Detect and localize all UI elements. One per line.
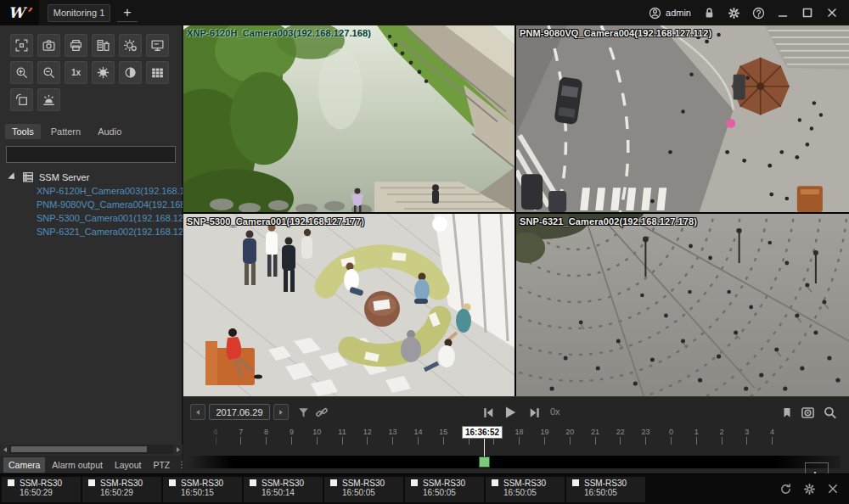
tree-root-label: SSM Server	[39, 172, 89, 182]
event-source-label: SSM-RS30	[342, 479, 385, 488]
tab-tools[interactable]: Tools	[5, 124, 41, 139]
user-menu[interactable]: admin	[648, 6, 691, 20]
event-time-label: 16:50:05	[330, 488, 400, 498]
event-card[interactable]: SSM-RS30 16:50:15	[163, 477, 242, 502]
event-time-label: 16:50:05	[492, 488, 561, 498]
event-alarm-button[interactable]	[119, 34, 142, 57]
alarm-lamp-button[interactable]	[37, 88, 60, 111]
tree-camera-002[interactable]: SNP-6321_Camera002(192.168.127.178)	[0, 225, 183, 238]
event-card[interactable]: SSM-RS30 16:50:29	[2, 477, 81, 502]
tree-search-input[interactable]	[6, 146, 176, 163]
event-status-icon	[8, 479, 14, 486]
date-prev-button[interactable]	[190, 404, 205, 420]
event-time-label: 16:50:05	[411, 488, 481, 498]
tab-ptz[interactable]: PTZ	[148, 457, 175, 473]
tab-alarm-output[interactable]: Alarm output	[47, 457, 108, 473]
layout-grid-button[interactable]	[146, 61, 169, 84]
hour-tick: 2	[710, 428, 734, 445]
close-button[interactable]	[825, 6, 839, 20]
date-next-button[interactable]	[273, 404, 289, 420]
playhead-line	[484, 438, 485, 456]
add-tab-button[interactable]: +	[117, 4, 138, 22]
tab-audio[interactable]: Audio	[91, 124, 128, 139]
timeline-panel: 2017.06.29 0x	[183, 396, 849, 473]
event-close-icon[interactable]	[827, 483, 839, 496]
event-card[interactable]: SSM-RS30 16:50:14	[244, 477, 323, 502]
event-refresh-icon[interactable]	[779, 483, 792, 496]
event-settings-gear-icon[interactable]	[803, 483, 816, 496]
timeline-search-icon[interactable]	[822, 405, 837, 420]
snapshot-button[interactable]	[37, 34, 60, 57]
delete-record-button[interactable]	[92, 34, 115, 57]
playhead-marker[interactable]	[479, 456, 490, 468]
zoom-1x-button[interactable]: 1x	[65, 61, 87, 84]
help-icon[interactable]	[751, 6, 765, 20]
tree-camera-004[interactable]: PNM-9080VQ_Camera004(192.168.127.112)	[0, 198, 183, 211]
tree-node-ssm-server[interactable]: SSM Server	[0, 170, 183, 184]
step-backward-button[interactable]	[481, 405, 496, 420]
maximize-button[interactable]	[801, 6, 814, 20]
event-status-icon	[492, 479, 498, 486]
video-frame-lobby	[183, 214, 514, 396]
hour-tick: 20	[558, 428, 582, 445]
tree-camera-003[interactable]: XNP-6120H_Camera003(192.168.127.168)	[0, 184, 183, 198]
tree-camera-001[interactable]: SNP-5300_Camera001(192.168.127.177)	[0, 211, 183, 225]
timeline-ruler[interactable]: 6 7 8 9 10 11	[183, 424, 849, 474]
event-card[interactable]: SSM-RS30 16:50:05	[566, 477, 645, 502]
settings-gear-icon[interactable]	[727, 6, 740, 20]
tab-monitoring-1[interactable]: Monitoring 1	[48, 4, 110, 22]
fullscreen-button[interactable]	[10, 34, 33, 57]
event-time-label: 16:50:05	[572, 488, 642, 498]
contrast-button[interactable]	[119, 61, 142, 84]
brightness-button[interactable]	[92, 61, 115, 84]
hand-off-button[interactable]	[10, 88, 33, 111]
tab-layout[interactable]: Layout	[110, 457, 147, 473]
event-time-label: 16:50:15	[169, 488, 239, 498]
hour-tick: 9	[279, 428, 303, 445]
scroll-left-icon[interactable]	[0, 445, 9, 454]
minimize-button[interactable]	[776, 6, 790, 20]
play-button[interactable]	[503, 405, 518, 420]
scrollbar-thumb[interactable]	[11, 446, 147, 452]
video-tile-camera001[interactable]: SNP-5300_Camera001(192.168.127.177)	[183, 214, 514, 396]
step-forward-button[interactable]	[526, 405, 542, 420]
zoom-in-button[interactable]	[10, 61, 33, 84]
event-source-label: SSM-RS30	[20, 479, 62, 488]
tab-camera[interactable]: Camera	[3, 457, 45, 473]
video-frame-canal	[183, 25, 514, 212]
event-filter-icon[interactable]	[295, 405, 311, 420]
tab-pattern[interactable]: Pattern	[44, 124, 87, 139]
video-tile-camera003[interactable]: XNP-6120H_Camera003(192.168.127.168)	[183, 25, 514, 212]
video-frame-plaza	[516, 214, 849, 396]
event-card[interactable]: SSM-RS30 16:50:29	[82, 477, 161, 502]
zoom-out-button[interactable]	[37, 61, 60, 84]
event-card[interactable]: SSM-RS30 16:50:05	[324, 477, 403, 502]
lock-icon[interactable]	[702, 6, 716, 20]
event-time-label: 16:50:29	[8, 488, 77, 498]
video-tile-camera004[interactable]: PNM-9080VQ_Camera004(192.168.127.112)	[516, 25, 849, 212]
hour-tick: 14	[406, 428, 430, 445]
hour-tick: 19	[532, 428, 556, 445]
print-button[interactable]	[65, 34, 87, 57]
bookmark-icon[interactable]	[779, 405, 795, 420]
hour-tick: 18	[508, 428, 531, 445]
sidebar: 1x Tools Pattern Audio SSM Server XNP-61…	[0, 25, 183, 473]
video-frame-street	[516, 25, 849, 212]
event-source-label: SSM-RS30	[503, 479, 546, 488]
video-osd-label: XNP-6120H_Camera003(192.168.127.168)	[187, 28, 371, 38]
sidebar-bottom-tabs: Camera Alarm output Layout PTZ ⋮	[0, 456, 183, 473]
event-card[interactable]: SSM-RS30 16:50:05	[405, 477, 484, 502]
sidebar-horizontal-scrollbar[interactable]	[0, 445, 183, 454]
export-record-icon[interactable]	[800, 405, 815, 420]
hour-tick: 21	[583, 428, 607, 445]
link-sync-icon[interactable]	[314, 405, 329, 420]
event-card[interactable]: SSM-RS30 16:50:05	[486, 477, 565, 502]
video-tile-camera002[interactable]: SNP-6321_Camera002(192.168.127.178)	[516, 214, 849, 396]
hour-tick: 8	[255, 428, 278, 445]
app-window: W’ Monitoring 1 + admin	[0, 0, 849, 504]
timeline-track[interactable]	[187, 456, 841, 468]
display-button[interactable]	[146, 34, 169, 57]
date-picker[interactable]: 2017.06.29	[209, 404, 270, 420]
scroll-right-icon[interactable]	[173, 445, 183, 454]
expand-triangle-icon[interactable]	[8, 172, 17, 182]
